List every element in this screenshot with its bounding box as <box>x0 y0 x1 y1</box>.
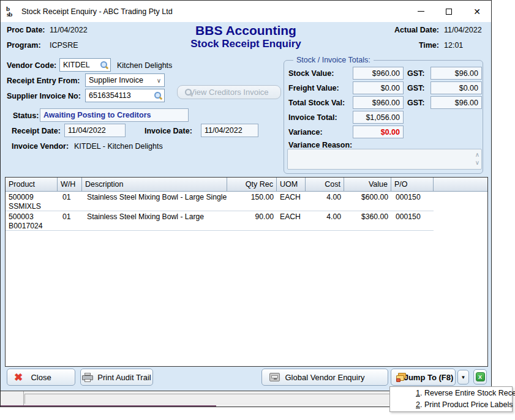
jump-to-dropdown-button[interactable]: ▼ <box>457 370 469 384</box>
invoice-date-value: 11/04/2022 <box>205 126 242 135</box>
receipt-entry-from-label: Receipt Entry From: <box>7 77 80 85</box>
vendor-code-input[interactable]: KITDEL <box>59 58 111 72</box>
time-label: Time: <box>391 41 439 50</box>
global-vendor-enquiry-button[interactable]: Global Vendor Enquiry <box>261 369 388 386</box>
close-form-button[interactable]: ✖ Close <box>7 369 75 386</box>
cell-qty-rec: 90.00 <box>227 212 277 222</box>
vendor-code-text: KITDEL <box>63 61 90 69</box>
cell-description: Stainless Steel Mixing Bowl - Large <box>82 212 227 222</box>
line-items-table: Product W/H Description Qty Rec UOM Cost… <box>5 177 488 367</box>
cell-qty-rec: 150.00 <box>227 193 277 202</box>
cabinet-icon <box>269 373 280 381</box>
variance-reason-scrollbar[interactable]: ∧ ∨ <box>475 151 479 167</box>
vendor-search-icon[interactable] <box>100 61 108 69</box>
receipt-entry-from-select[interactable]: Supplier Invoice ∨ <box>85 73 165 87</box>
status-field: Awaiting Posting to Creditors <box>40 108 189 122</box>
freight-gst-value: $0.00 <box>459 84 478 92</box>
cell-po: 000150 <box>391 212 434 222</box>
cell-uom: EACH <box>277 212 306 222</box>
total-stock-gst-field: $96.00 <box>430 96 482 109</box>
menu-item-accelerator: 2 <box>416 400 420 409</box>
receipt-entry-from-value: Supplier Invoice <box>89 76 143 84</box>
variance-reason-input[interactable]: ∧ ∨ <box>287 149 482 170</box>
vendor-name: Kitchen Delights <box>117 61 172 70</box>
variance-field: $0.00 <box>353 126 404 138</box>
menu-item-accelerator: 1 <box>416 389 420 397</box>
close-button[interactable]: ✕ <box>463 1 491 22</box>
jump-to-label: Jump To (F8) <box>404 373 454 382</box>
invoice-date-label: Invoice Date: <box>145 127 192 135</box>
total-stock-val-field: $960.00 <box>353 96 404 109</box>
freight-gst-label: GST: <box>407 84 424 92</box>
col-product[interactable]: Product <box>6 178 58 191</box>
actual-date-label: Actual Date: <box>391 26 439 34</box>
product-code-2: B0017024 <box>9 222 55 231</box>
maximize-icon <box>446 9 452 15</box>
product-code-2: SSMIXLS <box>9 202 55 211</box>
view-creditors-invoice-button[interactable]: View Creditors Invoice <box>177 85 281 99</box>
table-row[interactable]: 500009 SSMIXLS 01 Stainless Steel Mixing… <box>6 192 434 211</box>
freight-value-label: Freight Value: <box>288 84 339 92</box>
status-bar-divider <box>23 391 24 407</box>
minimize-icon <box>418 11 424 12</box>
freight-value-field: $0.00 <box>353 81 404 94</box>
col-qty-rec[interactable]: Qty Rec <box>227 178 277 191</box>
stock-gst-field: $96.00 <box>430 67 482 80</box>
cell-po: 000150 <box>391 193 434 202</box>
window-controls: ✕ <box>407 1 491 22</box>
invoice-search-icon[interactable] <box>154 91 162 100</box>
close-icon: ✕ <box>473 7 481 17</box>
invoice-total-value: $1,056.00 <box>366 113 400 122</box>
supplier-invoice-no-input[interactable]: 6516354113 <box>85 89 165 102</box>
table-header: Product W/H Description Qty Rec UOM Cost… <box>6 178 487 192</box>
menu-item-reverse-stock-receipt[interactable]: 1. Reverse Entire Stock Receipt <box>390 387 512 399</box>
invoice-total-field: $1,056.00 <box>353 111 404 124</box>
dropdown-arrow-icon: ▼ <box>461 375 466 380</box>
print-audit-trail-label: Print Audit Trail <box>97 373 151 382</box>
col-cost[interactable]: Cost <box>306 178 344 191</box>
invoice-total-label: Invoice Total: <box>288 113 337 122</box>
cell-cost: 4.00 <box>306 193 344 202</box>
export-excel-button[interactable]: X <box>473 369 487 384</box>
cell-value: $360.00 <box>344 212 391 222</box>
col-description[interactable]: Description <box>82 178 227 191</box>
product-code: 500003 <box>9 212 55 222</box>
jump-to-button[interactable]: Jump To (F8) <box>391 369 456 386</box>
cell-wh: 01 <box>58 212 82 222</box>
scroll-down-icon[interactable]: ∨ <box>475 159 479 167</box>
col-wh[interactable]: W/H <box>58 178 82 191</box>
cell-uom: EACH <box>277 193 306 202</box>
stock-value-field: $960.00 <box>353 67 404 80</box>
supplier-invoice-no-label: Supplier Invoice No: <box>7 92 81 100</box>
total-stock-value: $960.00 <box>372 99 400 107</box>
col-po[interactable]: P/O <box>391 178 434 191</box>
invoice-vendor-value: KITDEL - Kitchen Delights <box>74 142 163 151</box>
table-row[interactable]: 500003 B0017024 01 Stainless Steel Mixin… <box>6 211 434 231</box>
col-uom[interactable]: UOM <box>277 178 306 191</box>
receipt-date-label: Receipt Date: <box>12 127 61 135</box>
col-value[interactable]: Value <box>344 178 391 191</box>
actual-date-value: 11/04/2022 <box>444 26 482 34</box>
variance-reason-label: Variance Reason: <box>288 141 352 149</box>
invoice-date-field[interactable]: 11/04/2022 <box>201 124 258 137</box>
freight-value: $0.00 <box>381 84 400 92</box>
freight-gst-field: $0.00 <box>430 81 482 94</box>
cell-product: 500003 B0017024 <box>6 212 58 231</box>
status-label: Status: <box>13 111 39 120</box>
stock-value-label: Stock Value: <box>288 69 334 78</box>
red-x-icon: ✖ <box>14 372 23 383</box>
minimize-button[interactable] <box>407 1 435 22</box>
stock-value: $960.00 <box>372 69 400 78</box>
maximize-button[interactable] <box>435 1 463 22</box>
view-invoice-search-icon <box>184 88 193 97</box>
stock-gst-label: GST: <box>407 69 424 78</box>
view-creditors-invoice-label: View Creditors Invoice <box>189 88 268 97</box>
scroll-up-icon[interactable]: ∧ <box>475 151 479 159</box>
receipt-date-field[interactable]: 11/04/2022 <box>64 124 126 137</box>
product-code: 500009 <box>9 193 55 202</box>
menu-item-print-price-labels[interactable]: 2. Print Product Price Labels <box>390 399 512 410</box>
print-audit-trail-button[interactable]: Print Audit Trail <box>80 369 153 386</box>
variance-value: $0.00 <box>381 128 400 137</box>
cell-product: 500009 SSMIXLS <box>6 193 58 211</box>
titlebar: b sb Stock Receipt Enquiry - ABC Trading… <box>1 1 491 22</box>
